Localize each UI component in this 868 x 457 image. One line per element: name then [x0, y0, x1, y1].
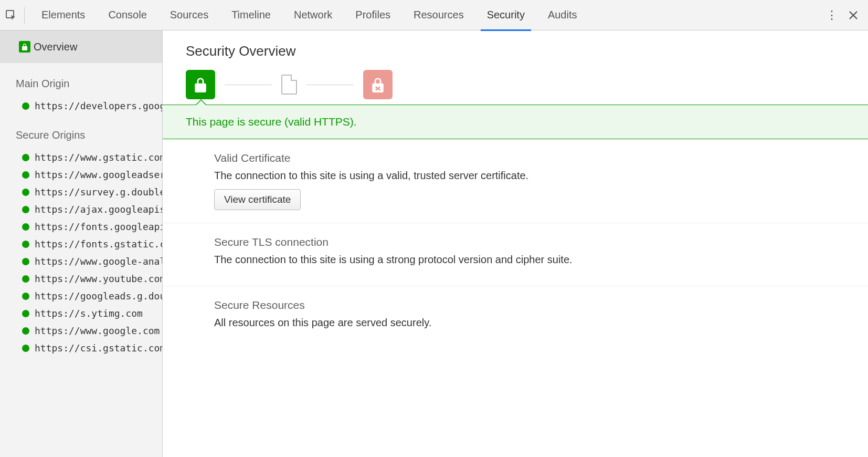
secure-dot-icon	[22, 327, 29, 335]
origin-url: https://fonts.googleapis.com	[35, 221, 162, 232]
origin-url: https://googleads.g.doubleclick.net	[35, 290, 162, 302]
origin-url: https://www.googleadservices.com	[35, 169, 162, 180]
secure-dot-icon	[22, 206, 29, 213]
origin-url: https://www.gstatic.com	[35, 152, 162, 163]
banner-caret-icon	[195, 99, 207, 105]
secure-dot-icon	[22, 345, 29, 352]
secure-origin-item[interactable]: https://www.googleadservices.com	[0, 166, 162, 183]
tabbar-right-controls: ⋮	[826, 8, 868, 22]
secure-dot-icon	[22, 223, 29, 231]
origin-url: https://www.google-analytics.com	[35, 256, 162, 267]
page-icon	[281, 75, 297, 95]
banner-text: This page is secure (valid HTTPS).	[186, 116, 357, 128]
tab-elements[interactable]: Elements	[30, 0, 97, 30]
tabs-container: Elements Console Sources Timeline Networ…	[30, 0, 826, 30]
tab-network[interactable]: Network	[282, 0, 344, 30]
secure-origin-item[interactable]: https://www.gstatic.com	[0, 149, 162, 166]
close-icon[interactable]	[848, 10, 859, 20]
devtools-tabbar: Elements Console Sources Timeline Networ…	[0, 0, 868, 30]
secure-origin-item[interactable]: https://s.ytimg.com	[0, 305, 162, 322]
origin-url: https://csi.gstatic.com	[35, 342, 162, 354]
secure-origin-item[interactable]: https://www.google.com	[0, 322, 162, 339]
origin-url: https://fonts.gstatic.com	[35, 238, 162, 250]
detail-resources: Secure Resources All resources on this p…	[163, 286, 868, 349]
kebab-menu-icon[interactable]: ⋮	[826, 8, 838, 22]
secure-dot-icon	[22, 154, 29, 161]
lock-icon	[19, 41, 30, 53]
secure-origin-item[interactable]: https://csi.gstatic.com	[0, 339, 162, 357]
origin-url: https://ajax.googleapis.com	[35, 204, 162, 215]
secure-origin-item[interactable]: https://survey.g.doubleclick.net	[0, 183, 162, 201]
secure-dot-icon	[22, 258, 29, 265]
secure-dot-icon	[22, 241, 29, 248]
tabbar-divider	[24, 7, 25, 24]
secure-origin-item[interactable]: https://www.google-analytics.com	[0, 253, 162, 270]
secure-dot-icon	[22, 293, 29, 300]
detail-desc: The connection to this site is using a s…	[214, 254, 845, 266]
inspect-element-icon[interactable]	[3, 7, 19, 23]
tab-profiles[interactable]: Profiles	[344, 0, 402, 30]
strip-connector	[225, 85, 272, 85]
tab-security[interactable]: Security	[475, 0, 536, 30]
state-secure-icon	[186, 70, 215, 99]
main-origin-item[interactable]: https://developers.google.com	[0, 97, 162, 115]
content-area: Overview Main Origin https://developers.…	[0, 30, 868, 457]
security-main-panel: Security Overview This page is secure (v…	[163, 30, 868, 457]
origin-url: https://survey.g.doubleclick.net	[35, 186, 162, 198]
secure-dot-icon	[22, 189, 29, 196]
tab-resources[interactable]: Resources	[402, 0, 475, 30]
origin-url: https://www.google.com	[35, 325, 160, 336]
secure-dot-icon	[22, 275, 29, 283]
view-certificate-button[interactable]: View certificate	[214, 189, 301, 210]
page-title: Security Overview	[163, 30, 868, 70]
origin-url: https://developers.google.com	[35, 100, 162, 111]
detail-tls: Secure TLS connection The connection to …	[163, 223, 868, 286]
tab-timeline[interactable]: Timeline	[220, 0, 282, 30]
detail-desc: The connection to this site is using a v…	[214, 170, 845, 182]
state-insecure-icon	[363, 70, 393, 99]
origin-url: https://s.ytimg.com	[35, 308, 143, 319]
secure-dot-icon	[22, 310, 29, 317]
security-state-strip	[163, 70, 868, 99]
strip-connector	[306, 85, 354, 85]
secure-origin-item[interactable]: https://googleads.g.doubleclick.net	[0, 287, 162, 305]
secure-dot-icon	[22, 171, 29, 179]
secure-dot-icon	[22, 102, 29, 110]
detail-desc: All resources on this page are served se…	[214, 317, 845, 329]
secure-origin-item[interactable]: https://fonts.googleapis.com	[0, 218, 162, 235]
security-banner: This page is secure (valid HTTPS).	[163, 105, 868, 139]
secure-origins-heading: Secure Origins	[0, 115, 162, 149]
tab-console[interactable]: Console	[97, 0, 158, 30]
origin-url: https://www.youtube.com	[35, 273, 162, 284]
sidebar-overview[interactable]: Overview	[0, 30, 162, 63]
detail-heading: Valid Certificate	[214, 152, 845, 164]
detail-heading: Secure TLS connection	[214, 236, 845, 248]
detail-heading: Secure Resources	[214, 299, 845, 311]
security-sidebar: Overview Main Origin https://developers.…	[0, 30, 163, 457]
tab-sources[interactable]: Sources	[158, 0, 220, 30]
tab-audits[interactable]: Audits	[536, 0, 589, 30]
detail-certificate: Valid Certificate The connection to this…	[163, 139, 868, 223]
secure-origin-item[interactable]: https://ajax.googleapis.com	[0, 201, 162, 218]
main-origin-heading: Main Origin	[0, 63, 162, 97]
sidebar-overview-label: Overview	[34, 41, 77, 53]
secure-origin-item[interactable]: https://www.youtube.com	[0, 270, 162, 287]
secure-origin-item[interactable]: https://fonts.gstatic.com	[0, 235, 162, 253]
